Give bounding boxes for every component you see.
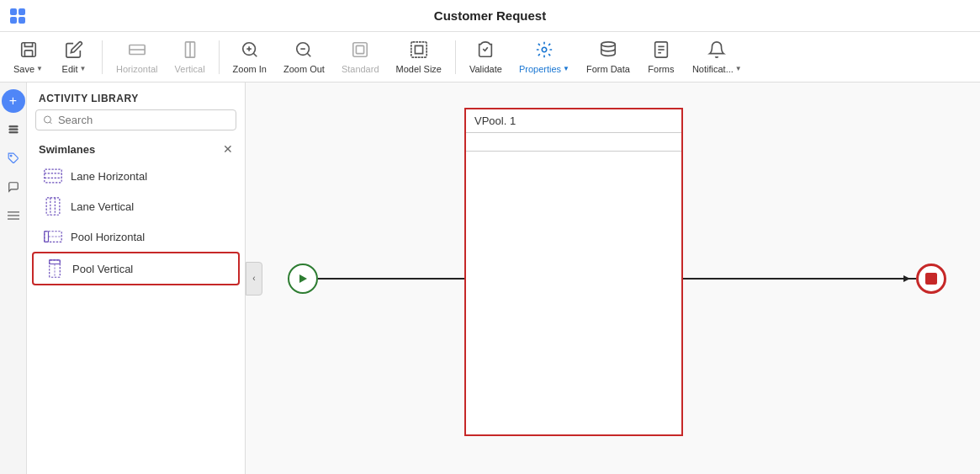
validate-icon <box>476 40 495 61</box>
lane-horizontal-icon <box>44 167 62 185</box>
start-event[interactable] <box>288 264 318 294</box>
svg-rect-22 <box>8 125 18 127</box>
lane-horizontal-item[interactable]: Lane Horizontal <box>32 161 240 191</box>
pool-horizontal-icon <box>44 227 62 246</box>
notif-dropdown-icon: ▼ <box>735 65 742 72</box>
end-event[interactable] <box>916 264 946 294</box>
forms-icon <box>652 40 670 61</box>
section-title: Swimlanes <box>39 143 95 156</box>
properties-icon <box>535 40 554 61</box>
svg-line-11 <box>308 53 311 56</box>
svg-rect-0 <box>21 42 35 56</box>
toolbar: Save ▼ Edit ▼ Horizontal Vertical Zoom I… <box>0 32 980 83</box>
pool-vertical-item[interactable]: Pool Vertical <box>32 252 240 285</box>
sidebar-icon-strip: + <box>0 83 27 474</box>
edit-icon <box>65 40 83 61</box>
horizontal-icon <box>128 40 146 61</box>
title-bar: Customer Request <box>0 0 980 32</box>
zoom-in-button[interactable]: Zoom In <box>226 37 273 77</box>
divider-3 <box>455 40 456 74</box>
svg-rect-31 <box>45 169 61 183</box>
pool-vertical-container[interactable]: VPool. 1 <box>464 108 683 436</box>
section-close-button[interactable]: ✕ <box>223 142 233 156</box>
app-logo[interactable] <box>10 8 25 24</box>
pool-vertical-subheader <box>466 133 681 152</box>
svg-marker-43 <box>299 274 307 283</box>
lane-vertical-icon <box>44 197 62 216</box>
svg-point-17 <box>601 41 616 46</box>
notifications-icon <box>707 40 726 61</box>
standard-button[interactable]: Standard <box>335 37 386 77</box>
svg-rect-28 <box>8 219 19 220</box>
model-size-icon <box>410 40 428 61</box>
save-button[interactable]: Save ▼ <box>7 37 50 77</box>
lane-horizontal-label: Lane Horizontal <box>71 170 147 183</box>
list-icon-button[interactable] <box>2 118 25 141</box>
horizontal-button[interactable]: Horizontal <box>109 37 165 77</box>
validate-button[interactable]: Validate <box>463 37 509 77</box>
svg-rect-1 <box>24 50 32 56</box>
svg-line-30 <box>50 122 51 124</box>
pool-horizontal-label: Pool Horizontal <box>71 231 145 243</box>
edit-button[interactable]: Edit ▼ <box>53 37 95 77</box>
notifications-button[interactable]: Notificat... ▼ <box>686 37 749 77</box>
comment-icon-button[interactable] <box>2 175 25 199</box>
canvas-wrapper: VPool. 1 <box>246 83 980 474</box>
svg-point-16 <box>542 47 547 52</box>
model-size-button[interactable]: Model Size <box>389 37 448 77</box>
edit-dropdown-icon: ▼ <box>80 65 87 72</box>
svg-rect-41 <box>50 260 61 264</box>
pool-vertical-title: VPool. 1 <box>466 109 681 133</box>
activity-library-title: ACTIVITY LIBRARY <box>27 83 245 109</box>
form-data-button[interactable]: Form Data <box>580 37 637 77</box>
svg-rect-27 <box>8 215 19 216</box>
form-data-icon <box>599 40 617 61</box>
search-icon <box>43 115 53 125</box>
zoom-out-icon <box>294 40 313 61</box>
svg-rect-23 <box>8 129 18 130</box>
svg-marker-44 <box>903 275 910 282</box>
vertical-icon <box>181 40 199 61</box>
svg-rect-26 <box>8 211 19 212</box>
save-icon <box>19 40 38 61</box>
save-dropdown-icon: ▼ <box>36 65 43 72</box>
forms-button[interactable]: Forms <box>640 37 682 77</box>
svg-rect-15 <box>411 41 426 56</box>
pool-vertical-icon <box>45 259 64 278</box>
section-header: Swimlanes ✕ <box>27 137 245 161</box>
zoom-out-button[interactable]: Zoom Out <box>277 37 331 77</box>
divider-1 <box>102 40 103 74</box>
pool-vertical-label: Pool Vertical <box>72 263 133 275</box>
svg-line-7 <box>253 53 257 56</box>
svg-rect-38 <box>45 232 49 242</box>
svg-point-29 <box>44 116 50 123</box>
search-input[interactable] <box>58 114 229 126</box>
properties-dropdown-icon: ▼ <box>563 65 569 72</box>
lane-vertical-item[interactable]: Lane Vertical <box>32 191 240 221</box>
main-layout: + ACTIVITY LIBRARY Swimlanes ✕ <box>0 83 980 474</box>
add-button[interactable]: + <box>2 89 25 113</box>
lane-vertical-label: Lane Vertical <box>71 200 134 213</box>
menu-icon-button[interactable] <box>2 204 25 227</box>
properties-button[interactable]: Properties ▼ <box>512 37 576 77</box>
zoom-in-icon <box>241 40 259 61</box>
search-box[interactable] <box>35 109 236 130</box>
activity-library-panel: ACTIVITY LIBRARY Swimlanes ✕ Lane Horizo… <box>27 83 246 474</box>
collapse-panel-button[interactable]: ‹ <box>246 262 262 296</box>
tag-icon-button[interactable] <box>2 146 25 170</box>
standard-icon <box>351 40 369 61</box>
pool-horizontal-item[interactable]: Pool Horizontal <box>32 221 240 252</box>
svg-rect-13 <box>353 42 368 56</box>
svg-point-25 <box>10 155 12 157</box>
divider-2 <box>219 40 220 74</box>
svg-rect-34 <box>46 198 60 215</box>
page-title: Customer Request <box>434 8 546 23</box>
svg-rect-24 <box>8 131 18 133</box>
canvas-area[interactable]: VPool. 1 <box>246 83 980 474</box>
end-event-inner <box>925 273 937 285</box>
svg-rect-14 <box>357 45 364 53</box>
vertical-button[interactable]: Vertical <box>168 37 212 77</box>
